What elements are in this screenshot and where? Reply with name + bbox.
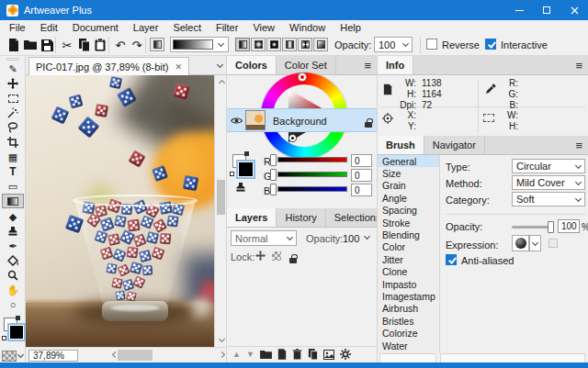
maximize-button[interactable]: [533, 0, 560, 20]
tool-pen[interactable]: ✒: [2, 239, 24, 253]
tab-color-set[interactable]: Color Set: [277, 56, 336, 74]
horizontal-scroll-thumb[interactable]: [118, 350, 153, 361]
menu-document[interactable]: Document: [65, 20, 126, 34]
lock-move-button[interactable]: [255, 251, 266, 261]
document-tab[interactable]: PIC-017.jpg @ 37,89% (8-bit) ✕: [28, 57, 189, 75]
swap-colors-icon[interactable]: [16, 316, 20, 320]
default-colors-icon[interactable]: [2, 336, 6, 340]
gradient-type-circular[interactable]: [266, 38, 281, 51]
brush-opacity-slider-handle[interactable]: [548, 221, 554, 233]
close-document-icon[interactable]: ✕: [175, 62, 182, 72]
tool-magic-wand[interactable]: [2, 106, 24, 120]
brush-opacity-slider-track[interactable]: [512, 226, 550, 229]
tool-shape-rect[interactable]: ▭: [2, 179, 24, 194]
document-list-button[interactable]: [214, 58, 225, 72]
expression-dropdown-button[interactable]: [529, 235, 541, 251]
expression-preview-button[interactable]: [512, 235, 529, 251]
brush-category-colorize[interactable]: Colorize: [378, 327, 439, 339]
layer-effects-button[interactable]: [323, 350, 334, 360]
panel-menu-icon[interactable]: ≡: [575, 60, 582, 72]
redo-button[interactable]: ↷: [129, 37, 145, 53]
lock-all-button[interactable]: [289, 258, 297, 263]
tab-history[interactable]: History: [277, 208, 325, 227]
gradient-picker[interactable]: [170, 37, 229, 52]
brush-category-general[interactable]: General: [378, 155, 439, 167]
tool-rect-select[interactable]: [2, 91, 24, 106]
palette-grip[interactable]: [6, 58, 19, 59]
gradient-type-spiral[interactable]: [298, 38, 312, 51]
red-slider-handle[interactable]: [270, 154, 277, 166]
background-color-swatch[interactable]: [238, 162, 254, 177]
new-group-button[interactable]: [260, 350, 272, 360]
tool-shape-ellipse[interactable]: ○: [2, 297, 24, 312]
gradient-type-shaped[interactable]: [313, 38, 328, 51]
green-value-box[interactable]: 0: [351, 169, 372, 182]
brush-category-jitter[interactable]: Jitter: [378, 253, 439, 265]
tab-colors[interactable]: Colors: [227, 56, 277, 74]
tab-layers[interactable]: Layers: [227, 208, 277, 227]
brush-category-angle[interactable]: Angle: [378, 192, 439, 204]
tab-brush[interactable]: Brush: [378, 136, 424, 154]
menu-select[interactable]: Select: [165, 20, 209, 34]
brush-category-clone[interactable]: Clone: [378, 266, 439, 278]
hue-selector[interactable]: [299, 73, 306, 81]
brush-category-airbrush[interactable]: Airbrush: [378, 303, 439, 315]
brush-category-blending[interactable]: Blending: [378, 229, 439, 240]
brush-type-dropdown[interactable]: Circular: [512, 159, 585, 173]
tool-hand[interactable]: ✋: [2, 283, 24, 297]
edit-gradient-button[interactable]: [150, 38, 164, 51]
minimize-button[interactable]: [505, 0, 533, 20]
brush-category-dropdown[interactable]: Soft: [512, 192, 585, 206]
copy-button[interactable]: [75, 37, 92, 53]
new-layer-button[interactable]: [277, 349, 287, 360]
brush-category-impasto[interactable]: Impasto: [378, 278, 439, 290]
menu-filter[interactable]: Filter: [209, 20, 245, 34]
blue-value-box[interactable]: 0: [351, 184, 372, 196]
brush-category-stroke[interactable]: Stroke: [378, 217, 439, 229]
tool-eraser[interactable]: ◆: [2, 209, 24, 224]
brush-category-spacing[interactable]: Spacing: [378, 205, 439, 217]
shade-selector[interactable]: [289, 135, 296, 141]
panel-menu-icon[interactable]: ≡: [575, 139, 582, 151]
scroll-up-button[interactable]: [217, 77, 226, 86]
delete-layer-button[interactable]: [292, 349, 302, 360]
brush-category-color[interactable]: Color: [378, 241, 439, 253]
blend-mode-dropdown[interactable]: Normal: [231, 230, 297, 246]
brush-category-bristles[interactable]: Bristles: [378, 315, 439, 327]
lock-transparency-button[interactable]: [272, 251, 281, 261]
blue-slider-handle[interactable]: [270, 184, 277, 195]
brush-opacity-box[interactable]: 100: [558, 219, 580, 233]
gradient-type-radial[interactable]: [251, 38, 266, 51]
green-slider-track[interactable]: [277, 172, 347, 177]
tool-move[interactable]: [2, 76, 24, 91]
background-color-swatch[interactable]: [9, 325, 24, 340]
layer-visibility-toggle[interactable]: [231, 117, 243, 125]
interactive-checkbox[interactable]: [485, 39, 496, 50]
tool-crop[interactable]: [2, 135, 24, 150]
menu-file[interactable]: File: [2, 20, 33, 34]
tool-text[interactable]: T: [2, 164, 24, 179]
layers-opacity-value[interactable]: 100: [343, 233, 359, 244]
tool-fill[interactable]: [2, 253, 24, 268]
vertical-scroll-thumb[interactable]: [217, 180, 225, 215]
gradient-type-linear[interactable]: [235, 38, 250, 51]
green-slider-handle[interactable]: [270, 169, 277, 181]
undo-button[interactable]: ↶: [112, 37, 129, 53]
antialiased-checkbox[interactable]: [446, 254, 457, 265]
layer-settings-button[interactable]: [340, 349, 351, 360]
open-button[interactable]: [22, 37, 39, 53]
scroll-right-button[interactable]: [217, 351, 226, 361]
cut-button[interactable]: ✂: [59, 37, 75, 53]
close-button[interactable]: [560, 0, 588, 20]
photo-canvas[interactable]: [26, 75, 214, 347]
tool-clone-stamp[interactable]: [2, 224, 24, 239]
brush-method-dropdown[interactable]: Mild Cover: [512, 175, 585, 190]
tool-lasso[interactable]: [2, 120, 24, 135]
tool-brush[interactable]: ✎: [2, 61, 24, 76]
default-colors-icon[interactable]: [230, 172, 234, 176]
brush-category-water[interactable]: Water: [378, 340, 439, 351]
move-layer-up-button[interactable]: ▲: [232, 350, 241, 359]
swap-colors-icon[interactable]: [244, 151, 249, 156]
brush-category-grain[interactable]: Grain: [378, 180, 439, 192]
panel-menu-icon[interactable]: ≡: [364, 60, 371, 72]
